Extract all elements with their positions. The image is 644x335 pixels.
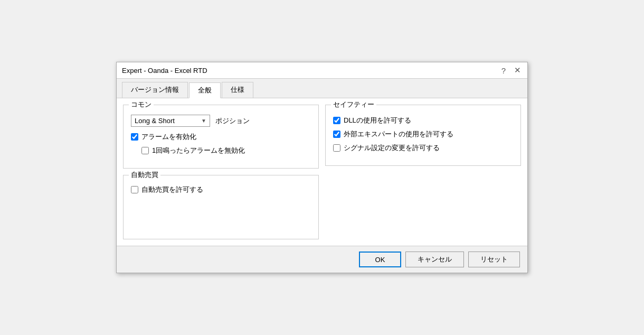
allow-external-experts-checkbox[interactable] [333, 131, 340, 138]
auto-trading-group: 自動売買 自動売買を許可する [123, 175, 319, 239]
close-button[interactable]: ✕ [513, 66, 522, 75]
auto-trading-group-title: 自動売買 [129, 170, 160, 180]
tab-version[interactable]: バージョン情報 [122, 82, 188, 98]
dialog-window: Expert - Oanda - Excel RTD ? ✕ バージョン情報 全… [116, 62, 528, 273]
tab-bar: バージョン情報 全般 仕様 [117, 79, 527, 98]
allow-auto-trading-checkbox[interactable] [131, 186, 138, 193]
tab-spec[interactable]: 仕様 [222, 82, 253, 98]
alarm-disable-once-label: 1回鳴ったらアラームを無効化 [152, 146, 245, 155]
safety-group-title: セイフティー [331, 100, 376, 109]
allow-signal-changes-row: シグナル設定の変更を許可する [333, 143, 513, 153]
allow-signal-changes-checkbox[interactable] [333, 144, 340, 152]
alarm-disable-once-row: 1回鳴ったらアラームを無効化 [131, 146, 311, 155]
allow-auto-trading-row: 自動売買を許可する [131, 185, 311, 194]
allow-dll-checkbox[interactable] [333, 117, 340, 124]
dialog-footer: OK キャンセル リセット [117, 246, 527, 273]
dropdown-arrow-icon: ▼ [201, 118, 206, 124]
alarm-disable-once-checkbox[interactable] [141, 147, 149, 154]
allow-dll-label: DLLの使用を許可する [344, 116, 411, 125]
position-dropdown[interactable]: Long & Short ▼ [131, 115, 210, 127]
common-group-title: コモン [129, 100, 154, 109]
alarm-enabled-checkbox[interactable] [131, 133, 138, 141]
title-bar-controls: ? ✕ [500, 66, 522, 75]
alarm-enabled-label: アラームを有効化 [141, 132, 196, 142]
allow-signal-changes-label: シグナル設定の変更を許可する [344, 143, 440, 153]
ok-button[interactable]: OK [359, 252, 401, 267]
allow-external-experts-row: 外部エキスパートの使用を許可する [333, 129, 513, 139]
left-column: コモン Long & Short ▼ ポジション アラームを有効化 1回鳴ったら… [123, 105, 319, 239]
help-button[interactable]: ? [500, 66, 507, 75]
dialog-title: Expert - Oanda - Excel RTD [122, 67, 207, 75]
position-label: ポジション [215, 116, 250, 126]
right-column: セイフティー DLLの使用を許可する 外部エキスパートの使用を許可する シグナル… [325, 105, 521, 239]
position-row: Long & Short ▼ ポジション [131, 115, 311, 127]
allow-dll-row: DLLの使用を許可する [333, 116, 513, 125]
allow-external-experts-label: 外部エキスパートの使用を許可する [344, 129, 453, 139]
dropdown-value: Long & Short [135, 117, 175, 125]
tab-general[interactable]: 全般 [189, 82, 221, 98]
reset-button[interactable]: リセット [468, 252, 520, 267]
allow-auto-trading-label: 自動売買を許可する [141, 185, 203, 194]
title-bar: Expert - Oanda - Excel RTD ? ✕ [117, 62, 527, 79]
safety-group: セイフティー DLLの使用を許可する 外部エキスパートの使用を許可する シグナル… [325, 105, 521, 166]
dialog-body: コモン Long & Short ▼ ポジション アラームを有効化 1回鳴ったら… [117, 98, 527, 246]
common-group: コモン Long & Short ▼ ポジション アラームを有効化 1回鳴ったら… [123, 105, 319, 169]
alarm-enabled-row: アラームを有効化 [131, 132, 311, 142]
cancel-button[interactable]: キャンセル [405, 252, 464, 267]
